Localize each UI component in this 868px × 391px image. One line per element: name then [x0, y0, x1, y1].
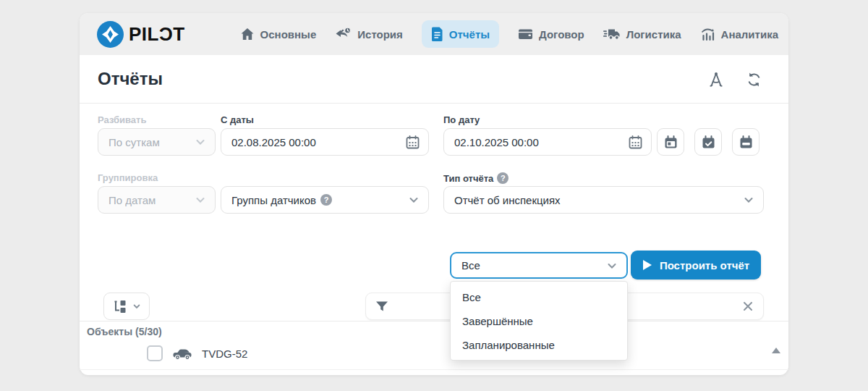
- toolbar-divider: [80, 321, 788, 321]
- status-dropdown-list: Все Завершённые Запланированные: [450, 281, 628, 361]
- sensor-groups-value: Группы датчиков: [231, 194, 316, 206]
- dropdown-option-completed[interactable]: Завершённые: [451, 309, 627, 333]
- design-tools-icon[interactable]: [707, 72, 725, 88]
- dropdown-option-all[interactable]: Все: [451, 285, 627, 309]
- nav-menu: Основные История Отчёты: [240, 13, 788, 55]
- chevron-down-icon: [408, 194, 420, 206]
- question-icon[interactable]: ?: [497, 172, 509, 184]
- nav-item-label: История: [357, 28, 403, 41]
- chevron-down-icon: [132, 302, 141, 311]
- report-type-label-text: Тип отчёта: [443, 173, 493, 184]
- calendar-day-icon: [664, 135, 678, 149]
- nav-item-analytics[interactable]: Аналитика: [700, 27, 778, 41]
- question-icon[interactable]: ?: [320, 194, 332, 206]
- chevron-down-icon: [195, 136, 206, 148]
- analytics-icon: [700, 27, 715, 41]
- grouping-value: По датам: [109, 194, 195, 206]
- nav-item-label: Логистика: [626, 28, 681, 41]
- scroll-up-arrow[interactable]: [772, 348, 780, 353]
- status-value: Все: [461, 259, 606, 272]
- date-from-value: 02.08.2025 00:00: [231, 136, 406, 148]
- calendar-icon[interactable]: [406, 135, 420, 149]
- date-to-value: 02.10.2025 00:00: [454, 136, 629, 148]
- header-divider: [80, 103, 788, 104]
- filter-funnel-icon: [375, 299, 389, 314]
- nav-item-label: Договор: [539, 28, 584, 41]
- main-card: PILƆT Основные История: [80, 13, 788, 375]
- tree-view-button[interactable]: [103, 293, 150, 320]
- nav-item-main[interactable]: Основные: [240, 27, 317, 41]
- nav-item-reports[interactable]: Отчёты: [422, 20, 499, 48]
- calendar-icon[interactable]: [629, 135, 642, 149]
- page-title: Отчёты: [98, 69, 163, 89]
- status-select[interactable]: Все: [450, 252, 628, 279]
- nav-item-logistics[interactable]: Логистика: [603, 27, 681, 41]
- object-name: TVDG-52: [202, 348, 247, 360]
- chevron-down-icon: [743, 194, 754, 206]
- calendar-check-button[interactable]: [694, 128, 722, 156]
- list-divider: [80, 369, 788, 370]
- page-header: Отчёты: [80, 55, 788, 104]
- app-logo[interactable]: PILƆT: [97, 21, 185, 48]
- breakdown-label: Разбивать: [98, 114, 146, 125]
- build-report-button[interactable]: Построить отчёт: [631, 251, 761, 279]
- logo-text: PILƆT: [129, 23, 185, 46]
- report-type-value: Отчёт об инспекциях: [454, 194, 743, 206]
- play-icon: [642, 259, 652, 271]
- build-report-label: Построить отчёт: [660, 259, 749, 272]
- date-to-label: По дату: [443, 114, 480, 125]
- grouping-select[interactable]: По датам: [98, 186, 216, 214]
- clear-icon[interactable]: [741, 300, 754, 313]
- nav-item-label: Отчёты: [449, 28, 490, 41]
- date-from-input[interactable]: 02.08.2025 00:00: [221, 128, 429, 156]
- home-icon: [240, 27, 255, 41]
- calendar-check-icon: [702, 135, 715, 149]
- object-checkbox[interactable]: [147, 345, 163, 361]
- pilot-logo-icon: [97, 21, 124, 48]
- history-icon: [335, 27, 352, 41]
- chevron-down-icon: [195, 194, 206, 206]
- date-from-label: С даты: [221, 114, 254, 125]
- refresh-icon[interactable]: [746, 72, 762, 88]
- nav-item-label: Аналитика: [721, 28, 778, 41]
- chevron-down-icon: [606, 260, 618, 272]
- nav-item-history[interactable]: История: [335, 27, 403, 41]
- nav-item-contract[interactable]: Договор: [518, 27, 584, 41]
- sitemap-icon: [112, 298, 128, 314]
- breakdown-value: По суткам: [109, 136, 195, 148]
- nav-item-label: Основные: [260, 28, 317, 41]
- grouping-label: Группировка: [98, 172, 158, 183]
- object-row[interactable]: TVDG-52: [147, 345, 247, 361]
- report-type-label: Тип отчёта ?: [443, 172, 509, 184]
- calendar-range-icon: [739, 135, 753, 149]
- wallet-icon: [518, 27, 533, 41]
- truck-icon: [603, 27, 621, 41]
- objects-counter: Объекты (5/30): [87, 326, 162, 337]
- breakdown-select[interactable]: По суткам: [98, 128, 216, 156]
- calendar-range-button[interactable]: [732, 128, 760, 156]
- car-icon: [171, 347, 193, 361]
- report-type-select[interactable]: Отчёт об инспекциях: [443, 186, 764, 214]
- document-icon: [431, 27, 443, 41]
- dropdown-option-planned[interactable]: Запланированные: [451, 333, 627, 357]
- top-navbar: PILƆT Основные История: [80, 13, 788, 55]
- sensor-groups-select[interactable]: Группы датчиков ?: [221, 186, 429, 214]
- date-to-input[interactable]: 02.10.2025 00:00: [443, 128, 652, 156]
- calendar-day-button[interactable]: [657, 128, 684, 156]
